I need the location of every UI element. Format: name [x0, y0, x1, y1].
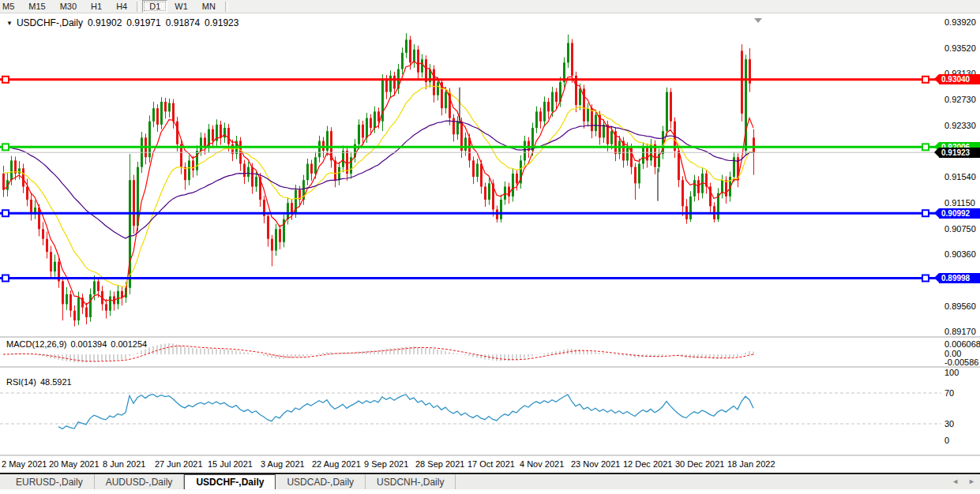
line-handle[interactable] [922, 210, 929, 216]
candle-body [291, 203, 293, 212]
line-handle[interactable] [2, 275, 9, 281]
candle-body [279, 229, 281, 242]
candle-body [220, 125, 222, 138]
candle-body [393, 76, 396, 89]
candle-body [26, 186, 28, 200]
candle-body [516, 174, 518, 183]
chart-title: ▼USDCHF-,Daily0.919020.919710.918740.919… [6, 17, 238, 28]
line-handle[interactable] [2, 210, 9, 216]
tab-scroll-left-icon[interactable]: ◄ [952, 477, 959, 486]
tab-usdchf[interactable]: USDCHF-,Daily [184, 474, 276, 489]
candle-body [89, 294, 92, 317]
high-value: 0.91971 [126, 17, 160, 28]
candle-body [2, 174, 5, 190]
candle-body [129, 180, 131, 288]
tab-audusd[interactable]: AUDUSD-,Daily [95, 474, 185, 489]
timeframe-d1-button[interactable]: D1 [142, 0, 167, 13]
rsi-tick-label: 100 [944, 368, 959, 377]
candle-body [433, 69, 435, 95]
candle-body [156, 108, 159, 125]
date-tick-label: 2 May 2021 [2, 459, 47, 469]
candle-body [504, 186, 506, 200]
close-value: 0.91923 [205, 17, 238, 28]
candle-body [508, 186, 510, 196]
timeframe-m15-button[interactable]: M15 [21, 0, 52, 13]
moving-average-line-6 [3, 61, 753, 305]
timeframe-m30-button[interactable]: M30 [53, 0, 84, 13]
timeframe-h1-button[interactable]: H1 [84, 0, 109, 13]
macd-signal-value: 0.001254 [111, 339, 147, 349]
timeframe-mn-button[interactable]: MN [195, 0, 223, 13]
line-handle[interactable] [922, 77, 929, 83]
chart-plot-area[interactable] [0, 0, 980, 473]
candle-body [342, 151, 344, 167]
candle-body [30, 200, 32, 214]
candle-body [176, 122, 178, 144]
macd-indicator-label: MACD(12,26,9)0.0013940.001254 [6, 339, 151, 349]
rsi-tick-label: 0 [944, 436, 949, 445]
open-value: 0.91902 [88, 17, 122, 28]
tab-usdcad[interactable]: USDCAD-,Daily [276, 474, 366, 489]
line-handle[interactable] [922, 144, 929, 150]
tab-scroll-right-icon[interactable]: ► [968, 477, 975, 486]
candle-body [133, 180, 135, 226]
candle-body [634, 167, 636, 184]
candle-body [109, 296, 111, 310]
price-tick-label: 0.90750 [944, 224, 976, 234]
timeframe-m5-button[interactable]: M5 [0, 0, 21, 13]
candle-body [322, 141, 325, 151]
price-tick-label: 0.91150 [944, 198, 975, 208]
candle-body [358, 125, 360, 144]
date-tick-label: 3 Aug 2021 [261, 459, 305, 469]
candle-body [267, 216, 269, 239]
current-price-tag: 0.91923 [939, 148, 980, 158]
candle-body [18, 168, 21, 174]
candle-body [385, 79, 388, 92]
candle-body [689, 196, 692, 219]
candle-body [46, 239, 48, 253]
timeframe-w1-button[interactable]: W1 [167, 0, 195, 13]
candle-body [93, 281, 96, 294]
candle-body [484, 186, 486, 200]
chart-shift-marker-icon[interactable] [754, 18, 762, 23]
line-handle[interactable] [922, 275, 929, 281]
hline-price-tag: 0.89998 [939, 273, 980, 283]
candle-body [227, 128, 230, 144]
candle-body [184, 167, 186, 181]
candle-body [488, 183, 490, 200]
candle-body [741, 51, 743, 113]
candle-body [306, 164, 309, 181]
candle-body [255, 177, 257, 186]
toolbar-separator [225, 2, 228, 12]
candle-body [172, 103, 175, 122]
candle-body [374, 111, 376, 128]
candle-body [310, 164, 313, 174]
candle-body [583, 88, 585, 121]
candle-body [152, 108, 155, 122]
candle-body [591, 108, 593, 131]
timeframe-h4-button[interactable]: H4 [109, 0, 134, 13]
candle-body [642, 148, 644, 164]
line-handle[interactable] [2, 77, 9, 83]
rsi-tick-label: 70 [944, 388, 954, 398]
candle-body [638, 164, 640, 184]
moving-average-line-50 [3, 121, 753, 238]
tab-eurusd[interactable]: EURUSD-,Daily [5, 474, 95, 489]
candle-body [512, 174, 514, 196]
candle-body [539, 111, 542, 121]
tab-scroll-arrows: ◄ ► [952, 477, 975, 486]
candle-body [54, 262, 56, 271]
candle-body [97, 281, 100, 290]
collapse-ohlc-icon[interactable]: ▼ [6, 20, 13, 27]
date-tick-label: 28 Sep 2021 [415, 459, 464, 469]
line-handle[interactable] [2, 144, 9, 150]
candle-body [85, 308, 88, 317]
candle-body [338, 167, 340, 181]
candle-body [535, 111, 538, 128]
tab-usdcnh[interactable]: USDCNH-,Daily [366, 474, 456, 489]
status-strip [0, 489, 980, 494]
candle-body [445, 92, 447, 109]
candle-body [579, 88, 581, 105]
candle-body [148, 122, 151, 158]
date-tick-label: 4 Nov 2021 [520, 459, 564, 469]
